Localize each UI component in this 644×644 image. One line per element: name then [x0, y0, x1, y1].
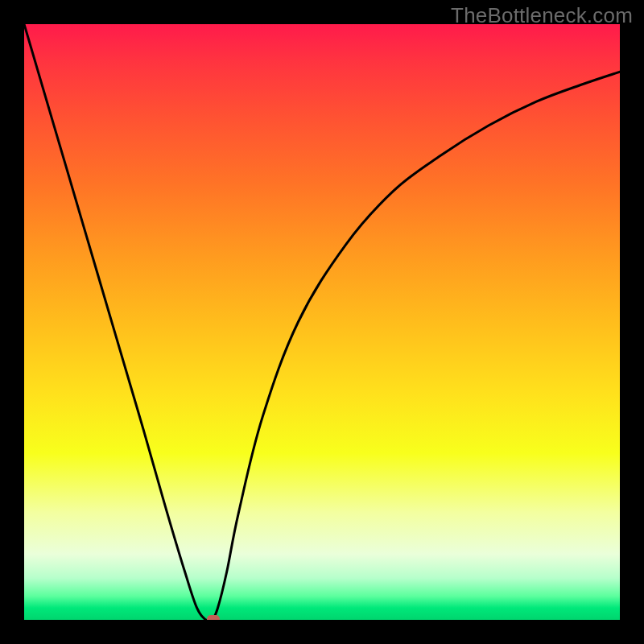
bottleneck-curve [24, 24, 620, 620]
optimal-point-marker [207, 615, 220, 620]
chart-frame: TheBottleneck.com [0, 0, 644, 644]
plot-area [24, 24, 620, 620]
watermark-text: TheBottleneck.com [451, 3, 633, 28]
